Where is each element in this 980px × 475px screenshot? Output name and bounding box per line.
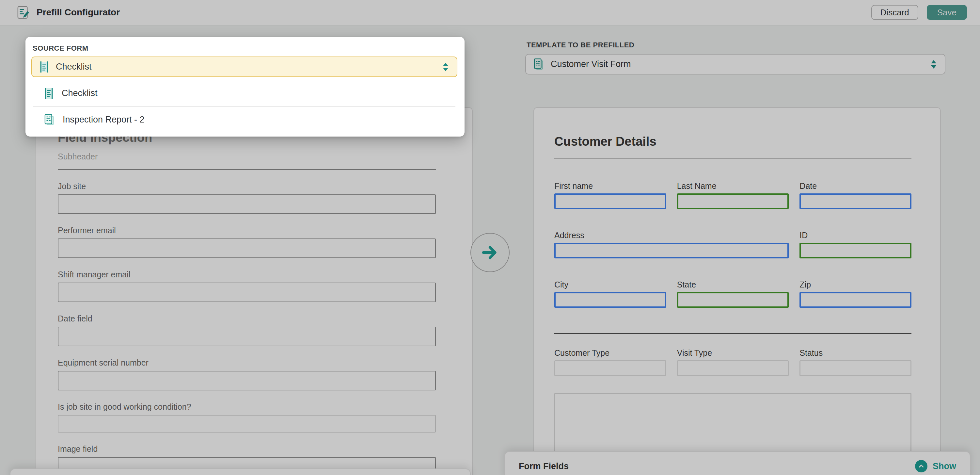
option-label: Inspection Report - 2 [63, 115, 145, 125]
inspection-report-icon [45, 114, 54, 126]
option-inspection-report-2[interactable]: Inspection Report - 2 [31, 107, 457, 132]
source-form-select-value: Checklist [56, 62, 92, 72]
source-form-label: SOURCE FORM [33, 44, 457, 53]
source-form-panel: SOURCE FORM Checklist [25, 37, 465, 137]
checklist-icon [40, 61, 49, 73]
select-arrows-icon [442, 62, 449, 72]
source-form-options: Checklist Inspection Report - 2 [31, 80, 457, 132]
option-checklist[interactable]: Checklist [31, 80, 457, 106]
checklist-icon [45, 88, 53, 99]
option-label: Checklist [62, 88, 98, 98]
source-form-select[interactable]: Checklist [31, 56, 457, 77]
